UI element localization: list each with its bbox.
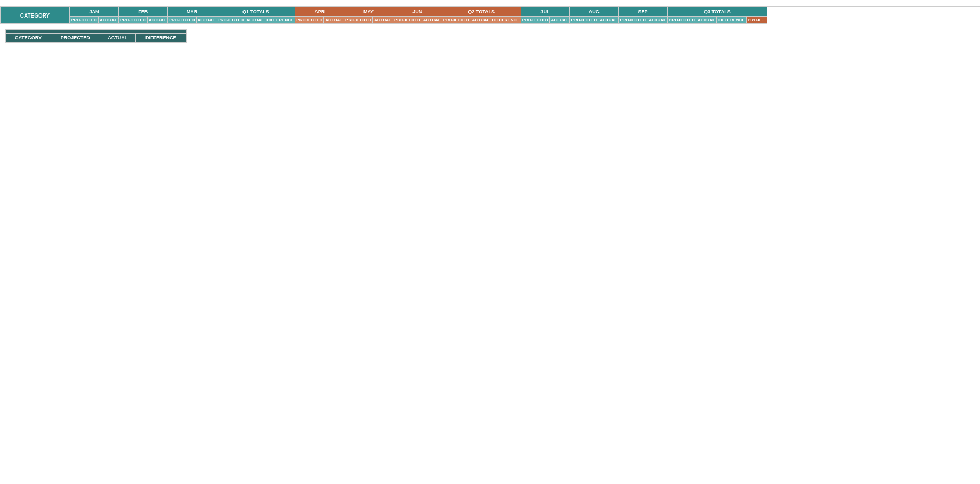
th-feb-actual: ACTUAL (147, 17, 167, 24)
th-mar-proj: PROJECTED (167, 17, 196, 24)
summary-table: CATEGORY PROJECTED ACTUAL DIFFERENCE (5, 29, 187, 43)
main-table: CATEGORY JAN FEB MAR Q1 TOTALS APR MAY J… (0, 7, 767, 24)
summary-subheader-row: CATEGORY PROJECTED ACTUAL DIFFERENCE (6, 34, 187, 43)
th-q1-diff: DIFFERENCE (265, 17, 295, 24)
th-q2-actual: ACTUAL (471, 17, 491, 24)
th-jul-proj: PROJECTED (521, 17, 549, 24)
th-jan: JAN (70, 7, 119, 17)
header-row-sub: PROJECTED ACTUAL PROJECTED ACTUAL PROJEC… (1, 17, 767, 24)
th-q4-proj: PROJE... (746, 17, 767, 24)
th-jul: JUL (521, 7, 570, 17)
th-sep-proj: PROJECTED (619, 17, 647, 24)
th-mar: MAR (167, 7, 216, 17)
th-sep: SEP (619, 7, 668, 17)
th-q1-totals: Q1 TOTALS (216, 7, 295, 17)
th-sep-actual: ACTUAL (647, 17, 668, 24)
th-feb: FEB (118, 7, 167, 17)
th-jun-proj: PROJECTED (393, 17, 422, 24)
summary-title (6, 30, 187, 34)
th-q2-diff: DIFFERENCE (491, 17, 521, 24)
th-apr-proj: PROJECTED (295, 17, 324, 24)
th-may: MAY (344, 7, 393, 17)
th-may-proj: PROJECTED (344, 17, 373, 24)
summary-table-container: CATEGORY PROJECTED ACTUAL DIFFERENCE (5, 29, 187, 43)
header-row-q: CATEGORY JAN FEB MAR Q1 TOTALS APR MAY J… (1, 7, 767, 17)
th-apr-actual: ACTUAL (324, 17, 344, 24)
th-q3-diff: DIFFERENCE (716, 17, 746, 24)
th-category: CATEGORY (1, 7, 70, 24)
th-q3-actual: ACTUAL (696, 17, 716, 24)
bottom-section: CATEGORY PROJECTED ACTUAL DIFFERENCE (0, 24, 980, 48)
th-q1-actual: ACTUAL (245, 17, 265, 24)
th-q1-proj: PROJECTED (216, 17, 245, 24)
th-q3-proj: PROJECTED (668, 17, 696, 24)
th-jul-actual: ACTUAL (549, 17, 570, 24)
summary-th-actual: ACTUAL (100, 34, 135, 43)
th-feb-proj: PROJECTED (118, 17, 147, 24)
th-mar-actual: ACTUAL (196, 17, 216, 24)
top-header (0, 0, 980, 7)
th-aug-actual: ACTUAL (598, 17, 619, 24)
th-q3-totals: Q3 TOTALS (668, 7, 767, 17)
th-aug: AUG (570, 7, 619, 17)
th-apr: APR (295, 7, 344, 17)
spreadsheet-container: CATEGORY JAN FEB MAR Q1 TOTALS APR MAY J… (0, 7, 980, 24)
summary-header-row (6, 30, 187, 34)
th-jan-proj: PROJECTED (70, 17, 99, 24)
summary-th-projected: PROJECTED (51, 34, 100, 43)
summary-th-category: CATEGORY (6, 34, 51, 43)
th-jun-actual: ACTUAL (422, 17, 442, 24)
th-jan-actual: ACTUAL (98, 17, 118, 24)
summary-th-diff: DIFFERENCE (135, 34, 186, 43)
th-jun: JUN (393, 7, 442, 17)
th-q2-totals: Q2 TOTALS (442, 7, 521, 17)
th-may-actual: ACTUAL (373, 17, 393, 24)
th-aug-proj: PROJECTED (570, 17, 598, 24)
app-container: CATEGORY JAN FEB MAR Q1 TOTALS APR MAY J… (0, 0, 980, 48)
chart-container (197, 29, 975, 43)
th-q2-proj: PROJECTED (442, 17, 471, 24)
